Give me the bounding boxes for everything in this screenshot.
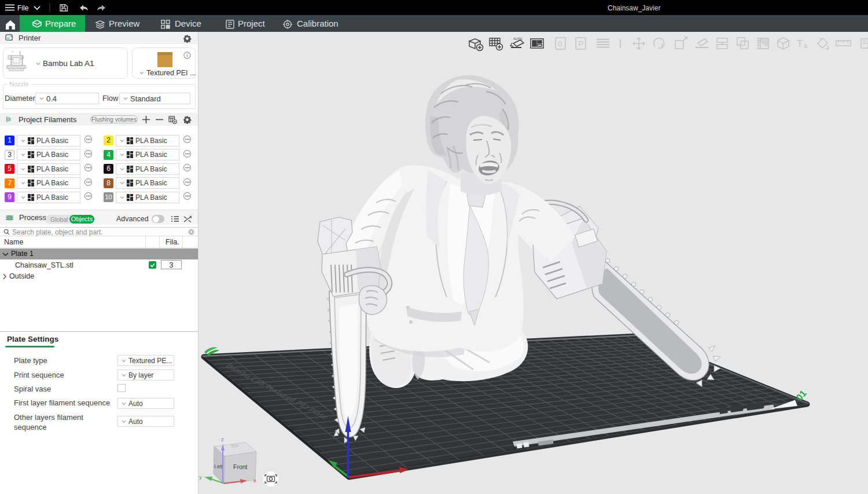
svg-text:x: x	[253, 477, 256, 484]
svg-text:Preview: Preview	[109, 19, 140, 28]
svg-text:Left: Left	[214, 463, 223, 470]
svg-text:Chainsaw_Javier: Chainsaw_Javier	[608, 4, 660, 12]
svg-text:y: y	[199, 474, 202, 480]
svg-text:File: File	[17, 4, 29, 12]
svg-text:Device: Device	[175, 19, 201, 28]
svg-text:Calibration: Calibration	[297, 19, 339, 28]
svg-text:Project: Project	[238, 19, 266, 28]
svg-text:Front: Front	[233, 463, 248, 470]
svg-text:TOP: TOP	[231, 444, 239, 448]
svg-text:Prepare: Prepare	[45, 19, 76, 28]
svg-text:z: z	[221, 436, 224, 442]
